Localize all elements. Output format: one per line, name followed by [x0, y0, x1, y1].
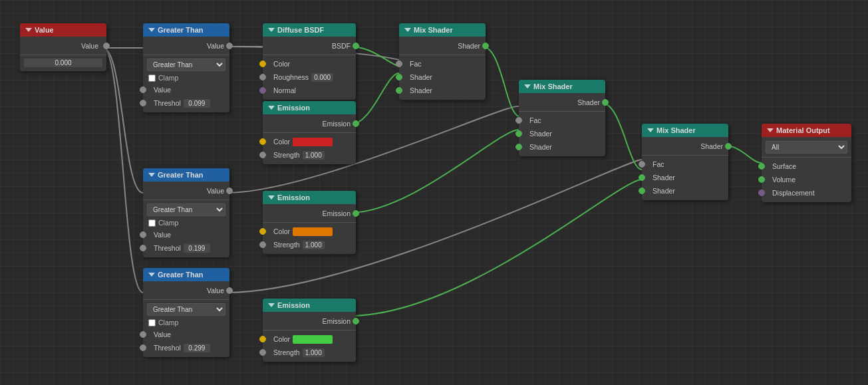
- diffuse-normal-socket[interactable]: [259, 87, 266, 94]
- gt3-value-input-socket[interactable]: [226, 287, 233, 294]
- emission-3-color-swatch[interactable]: [293, 335, 333, 344]
- mix1-shader1-row: Shader: [399, 70, 486, 84]
- collapse-triangle-gt1[interactable]: [148, 28, 155, 32]
- matout-volume-socket[interactable]: [758, 176, 765, 183]
- emission-2-header: Emission: [263, 191, 356, 204]
- emission-1-color-swatch[interactable]: [293, 138, 333, 146]
- mix2-shader2-row: Shader: [519, 140, 605, 154]
- gt3-threshold-val[interactable]: 0.299: [184, 344, 210, 352]
- matout-collapse[interactable]: [767, 128, 774, 132]
- emission-2-color-socket[interactable]: [259, 228, 266, 235]
- mix2-shader2-socket[interactable]: [515, 144, 522, 150]
- gt2-value-input-socket[interactable]: [226, 188, 233, 194]
- greater-than-node-2: Greater Than Value Greater Than Clamp Va…: [143, 168, 229, 257]
- matout-displacement-socket[interactable]: [758, 190, 765, 196]
- diffuse-bsdf-label: BSDF: [332, 42, 351, 50]
- mix1-shader2-socket[interactable]: [396, 87, 402, 94]
- emission-1-color-socket[interactable]: [259, 138, 266, 145]
- mix2-fac-socket[interactable]: [515, 117, 522, 124]
- diffuse-roughness-label: Roughness: [273, 73, 309, 81]
- mixshader1-collapse[interactable]: [404, 28, 411, 32]
- emission-1-strength-socket[interactable]: [259, 152, 266, 158]
- matout-target-row[interactable]: All: [762, 140, 851, 155]
- mix1-shader2-row: Shader: [399, 84, 486, 97]
- emission-3-output-socket[interactable]: [353, 318, 359, 324]
- emission-2-output-socket[interactable]: [353, 210, 359, 217]
- gt2-select-row[interactable]: Greater Than: [143, 202, 229, 217]
- greater-than-3-title: Greater Than: [158, 271, 203, 279]
- gt2-value2-socket[interactable]: [140, 231, 146, 238]
- matout-surface-label: Surface: [772, 162, 796, 170]
- diffuse-collapse-triangle[interactable]: [268, 28, 275, 32]
- emission2-collapse-triangle[interactable]: [268, 195, 275, 199]
- collapse-triangle[interactable]: [25, 28, 32, 32]
- gt3-select-row[interactable]: Greater Than: [143, 302, 229, 317]
- gt3-clamp-row: Clamp: [143, 317, 229, 328]
- matout-surface-socket[interactable]: [758, 163, 765, 170]
- gt2-value-input-row: Value: [143, 184, 229, 197]
- mix3-shader2-row: Shader: [642, 184, 728, 197]
- emission-2-title: Emission: [277, 193, 310, 201]
- mix-shader-1-header: Mix Shader: [399, 23, 486, 37]
- mix2-shader1-socket[interactable]: [515, 130, 522, 137]
- mix1-shader1-socket[interactable]: [396, 74, 402, 80]
- gt3-clamp-checkbox[interactable]: [148, 319, 156, 326]
- gt2-clamp-row: Clamp: [143, 217, 229, 228]
- emission-3-strength-socket[interactable]: [259, 349, 266, 356]
- emission-1-strength-val[interactable]: 1.000: [303, 151, 325, 160]
- material-output-node: Material Output All Surface Volume Displ…: [762, 124, 851, 202]
- diffuse-roughness-val[interactable]: 0.000: [311, 73, 333, 82]
- collapse-triangle-gt3[interactable]: [148, 273, 155, 277]
- emission1-collapse-triangle[interactable]: [268, 106, 275, 110]
- mixshader2-collapse[interactable]: [524, 84, 531, 88]
- gt2-select[interactable]: Greater Than: [147, 203, 225, 216]
- gt2-clamp-checkbox[interactable]: [148, 219, 156, 227]
- diffuse-roughness-socket[interactable]: [259, 74, 266, 80]
- mix1-fac-label: Fac: [410, 60, 422, 68]
- gt3-select[interactable]: Greater Than: [147, 303, 225, 316]
- mixshader3-collapse[interactable]: [647, 128, 654, 132]
- greater-than-2-title: Greater Than: [158, 171, 203, 179]
- gt1-value2-socket[interactable]: [140, 86, 146, 93]
- mix3-shader1-socket[interactable]: [639, 174, 645, 181]
- gt1-threshold-val[interactable]: 0.099: [184, 99, 210, 108]
- greater-than-2-header: Greater Than: [143, 168, 229, 182]
- matout-target-select[interactable]: All: [766, 141, 847, 154]
- mix3-output-socket[interactable]: [725, 143, 732, 150]
- diffuse-bsdf-socket[interactable]: [353, 43, 359, 49]
- emission-3-color-socket[interactable]: [259, 336, 266, 342]
- gt1-clamp-label: Clamp: [158, 74, 178, 82]
- diffuse-bsdf-node: Diffuse BSDF BSDF Color Roughness 0.000 …: [263, 23, 356, 100]
- gt3-value2-socket[interactable]: [140, 331, 146, 338]
- mix2-fac-row: Fac: [519, 114, 605, 127]
- gt1-select-row[interactable]: Greater Than: [143, 57, 229, 72]
- gt1-clamp-checkbox[interactable]: [148, 74, 156, 82]
- emission3-collapse-triangle[interactable]: [268, 303, 275, 307]
- mix1-output-socket[interactable]: [482, 43, 489, 49]
- emission-2-color-swatch[interactable]: [293, 227, 333, 236]
- gt3-threshold-socket[interactable]: [140, 344, 146, 351]
- emission-1-output-row: Emission: [263, 117, 356, 130]
- value-number[interactable]: 0.000: [24, 59, 102, 67]
- gt1-select[interactable]: Greater Than: [147, 59, 225, 71]
- collapse-triangle-gt2[interactable]: [148, 173, 155, 177]
- mix-shader-3-title: Mix Shader: [656, 126, 696, 134]
- mix1-fac-socket[interactable]: [396, 61, 402, 67]
- gt1-value-input-socket[interactable]: [226, 43, 233, 49]
- mix3-shader2-socket[interactable]: [639, 188, 645, 194]
- emission-3-strength-val[interactable]: 1.000: [303, 348, 325, 357]
- gt2-threshold-socket[interactable]: [140, 245, 146, 251]
- value-output-socket[interactable]: [103, 43, 110, 49]
- emission-2-strength-val[interactable]: 1.000: [303, 241, 325, 249]
- gt2-threshold-val[interactable]: 0.199: [184, 244, 210, 253]
- diffuse-color-socket[interactable]: [259, 61, 266, 67]
- emission-1-output-socket[interactable]: [353, 120, 359, 127]
- emission-1-title: Emission: [277, 104, 310, 112]
- gt1-threshold-socket[interactable]: [140, 100, 146, 106]
- emission-2-color-label: Color: [273, 227, 290, 235]
- mix-shader-1-title: Mix Shader: [414, 26, 453, 34]
- mix3-fac-socket[interactable]: [639, 161, 645, 168]
- gt1-clamp-row: Clamp: [143, 72, 229, 83]
- emission-2-strength-socket[interactable]: [259, 241, 266, 248]
- mix2-output-socket[interactable]: [602, 99, 609, 106]
